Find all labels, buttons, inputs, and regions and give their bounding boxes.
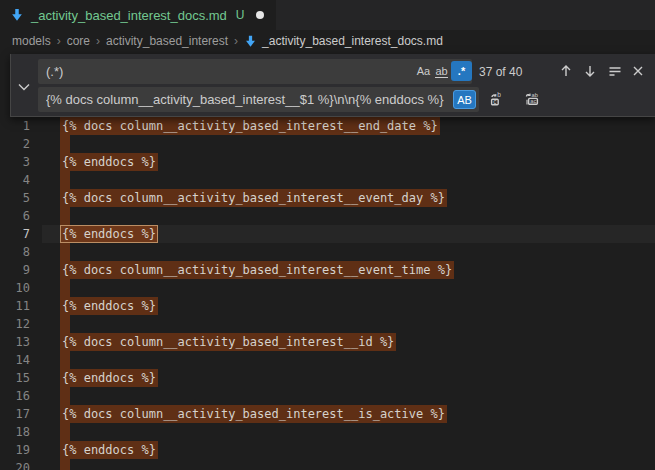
editor-row[interactable]: 6 (0, 207, 655, 225)
find-replace-widget: Aa ab .* 37 of 40 AB (10, 54, 655, 117)
line-number: 6 (0, 207, 42, 225)
editor-lines: 1{% docs column__activity_based_interest… (0, 117, 655, 470)
editor-row[interactable]: 16 (0, 387, 655, 405)
editor-row[interactable]: 10 (0, 279, 655, 297)
editor-row[interactable]: 2 (0, 135, 655, 153)
line-number: 4 (0, 171, 42, 189)
editor-row[interactable]: 1{% docs column__activity_based_interest… (0, 117, 655, 135)
editor[interactable]: 1{% docs column__activity_based_interest… (0, 117, 655, 470)
arrow-down-icon (583, 64, 597, 78)
previous-match-button[interactable] (556, 61, 576, 81)
whole-word-toggle[interactable]: ab (433, 61, 450, 81)
replace-button[interactable]: b c (487, 89, 507, 109)
line-content: {% docs column__activity_based_interest_… (42, 261, 655, 279)
editor-row[interactable]: 15{% enddocs %} (0, 369, 655, 387)
line-number: 5 (0, 189, 42, 207)
match-highlight: {% enddocs %} (60, 297, 158, 315)
match-highlight: {% docs column__activity_based_interest_… (60, 333, 396, 351)
editor-row[interactable]: 18 (0, 423, 655, 441)
modified-dot-icon[interactable] (256, 11, 264, 19)
line-number: 15 (0, 369, 42, 387)
preserve-case-toggle[interactable]: AB (453, 90, 476, 109)
line-content (42, 135, 655, 153)
regex-label: .* (458, 65, 465, 77)
breadcrumb-item-file[interactable]: _activity_based_interest_docs.md (262, 34, 443, 48)
line-number: 20 (0, 459, 42, 470)
empty-match-highlight (60, 423, 70, 441)
breadcrumb-item-activity-based-interest[interactable]: activity_based_interest (106, 34, 228, 48)
line-content: {% enddocs %} (42, 153, 655, 171)
editor-row[interactable]: 5{% docs column__activity_based_interest… (0, 189, 655, 207)
chevron-right-icon: › (234, 34, 238, 48)
line-content: {% enddocs %} (42, 297, 655, 315)
editor-row[interactable]: 19{% enddocs %} (0, 441, 655, 459)
editor-row[interactable]: 4 (0, 171, 655, 189)
line-number: 16 (0, 387, 42, 405)
breadcrumb-item-core[interactable]: core (67, 34, 90, 48)
regex-toggle[interactable]: .* (451, 61, 472, 81)
line-number: 10 (0, 279, 42, 297)
close-icon (632, 65, 644, 77)
selection-lines-icon (608, 64, 622, 78)
editor-row[interactable]: 11{% enddocs %} (0, 297, 655, 315)
replace-input[interactable] (38, 87, 479, 112)
editor-row[interactable]: 3{% enddocs %} (0, 153, 655, 171)
line-content (42, 423, 655, 441)
editor-row[interactable]: 20 (0, 459, 655, 470)
empty-match-highlight (60, 351, 70, 369)
line-number: 9 (0, 261, 42, 279)
markdown-file-icon (10, 8, 24, 22)
line-content (42, 315, 655, 333)
line-content (42, 171, 655, 189)
editor-row[interactable]: 12 (0, 315, 655, 333)
line-content: {% enddocs %} (42, 369, 655, 387)
line-content (42, 459, 655, 470)
line-content (42, 279, 655, 297)
match-case-label: Aa (417, 65, 430, 77)
close-find-widget-button[interactable] (628, 61, 648, 81)
match-highlight: {% docs column__activity_based_interest_… (60, 117, 440, 135)
line-content: {% docs column__activity_based_interest_… (42, 405, 655, 423)
match-highlight: {% enddocs %} (60, 153, 158, 171)
empty-match-highlight (60, 135, 70, 153)
toggle-replace-button[interactable] (11, 54, 38, 117)
preserve-case-label: AB (457, 94, 472, 106)
line-number: 7 (0, 225, 42, 243)
editor-row[interactable]: 14 (0, 351, 655, 369)
svg-text:ac: ac (530, 98, 536, 104)
editor-row[interactable]: 9{% docs column__activity_based_interest… (0, 261, 655, 279)
empty-match-highlight (60, 459, 70, 470)
chevron-right-icon: › (96, 34, 100, 48)
match-case-toggle[interactable]: Aa (415, 61, 432, 81)
whole-word-label: ab (435, 65, 447, 78)
empty-match-highlight (60, 279, 70, 297)
replace-all-button[interactable]: ab ac (522, 89, 542, 109)
search-options: Aa ab .* (415, 61, 472, 81)
line-content (42, 351, 655, 369)
match-highlight: {% docs column__activity_based_interest_… (60, 261, 454, 279)
line-content: {% docs column__activity_based_interest_… (42, 333, 655, 351)
line-content (42, 243, 655, 261)
empty-match-highlight (60, 207, 70, 225)
chevron-down-icon (17, 82, 31, 92)
line-content: {% enddocs %} (42, 225, 655, 243)
editor-row[interactable]: 17{% docs column__activity_based_interes… (0, 405, 655, 423)
editor-row[interactable]: 13{% docs column__activity_based_interes… (0, 333, 655, 351)
find-in-selection-button[interactable] (605, 61, 625, 81)
match-highlight: {% enddocs %} (60, 225, 158, 243)
empty-match-highlight (60, 171, 70, 189)
line-content: {% docs column__activity_based_interest_… (42, 117, 655, 135)
editor-row[interactable]: 8 (0, 243, 655, 261)
search-input[interactable] (38, 59, 472, 84)
editor-row[interactable]: 7{% enddocs %} (0, 225, 655, 243)
next-match-button[interactable] (580, 61, 600, 81)
tab-filename: _activity_based_interest_docs.md (31, 8, 227, 23)
svg-text:ab: ab (532, 92, 538, 98)
tab-activity-docs[interactable]: _activity_based_interest_docs.md U (0, 0, 276, 30)
breadcrumb-item-models[interactable]: models (12, 34, 51, 48)
replace-icon: b c (489, 91, 505, 107)
line-number: 18 (0, 423, 42, 441)
line-content (42, 207, 655, 225)
line-number: 17 (0, 405, 42, 423)
empty-match-highlight (60, 387, 70, 405)
